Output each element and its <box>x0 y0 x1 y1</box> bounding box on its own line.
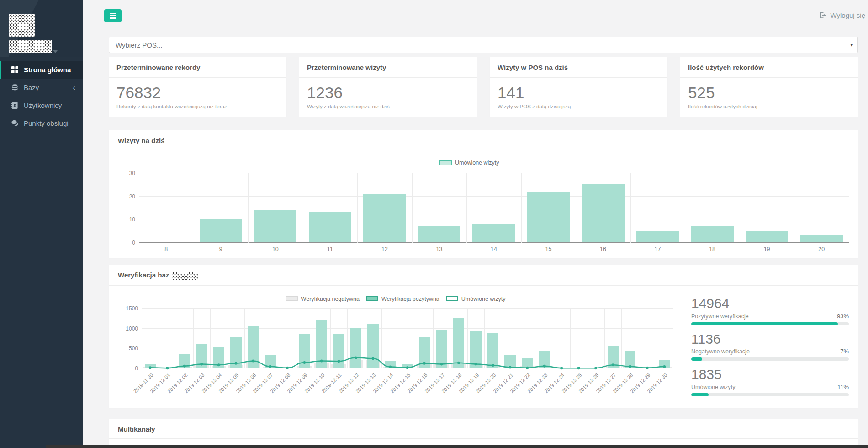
sidebar-item-bazy[interactable]: Bazy ‹ <box>0 79 83 96</box>
grid-line <box>303 173 303 243</box>
card-value: 76832 <box>116 83 279 102</box>
grid-line <box>139 173 849 173</box>
sidebar-item-punkty-obslugi[interactable]: Punkty obsługi <box>0 114 83 132</box>
line-point <box>337 360 340 363</box>
y-tick-label: 0 <box>121 365 138 372</box>
main-content: Wyloguj się Wybierz POS... ▾ Przetermino… <box>83 0 868 448</box>
bar <box>691 226 734 242</box>
line-point <box>492 364 494 367</box>
bar <box>527 192 570 242</box>
sign-out-icon <box>820 12 826 19</box>
stat-card-przeterminowane-wizyty: Przeterminowane wizyty 1236 Wizyty z dat… <box>299 57 477 117</box>
legend-swatch-umowione-wizyty <box>446 296 458 301</box>
sidebar-item-label: Bazy <box>24 84 39 91</box>
database-icon <box>11 84 19 91</box>
line-point <box>543 365 546 368</box>
grid-line <box>794 173 794 243</box>
card-value: 525 <box>688 83 850 102</box>
comments-icon <box>11 119 19 127</box>
verification-stats: 14964 Pozytywne weryfikacje 93% 1136 Neg… <box>673 288 849 403</box>
x-tick-label: 16 <box>576 246 630 252</box>
sidebar-item-strona-glowna[interactable]: Strona główna <box>0 61 83 79</box>
y-tick-label: 20 <box>118 193 135 200</box>
grid-line <box>139 196 849 197</box>
logo-area <box>0 0 83 57</box>
sidebar-toggle-button[interactable] <box>104 9 122 22</box>
panel-verification: Weryfikacja baz Weryfikacja negatywna We… <box>109 265 858 408</box>
legend-label: Umówione wizyty <box>455 160 499 166</box>
x-tick-label: 19 <box>740 246 794 252</box>
bar <box>363 194 406 242</box>
grid-line <box>357 173 358 243</box>
line-point <box>217 363 220 366</box>
stat-value: 1835 <box>691 367 849 383</box>
sidebar-item-uzytkownicy[interactable]: Użytkownicy <box>0 96 83 114</box>
grid-icon <box>11 66 19 74</box>
sidebar: Strona główna Bazy ‹ Użytkownicy Punkty … <box>0 0 83 448</box>
card-title: Ilość użytych rekordów <box>680 57 858 78</box>
pos-select[interactable]: Wybierz POS... ▾ <box>109 37 858 53</box>
y-tick-label: 500 <box>121 345 138 352</box>
x-tick-label: 18 <box>685 246 740 252</box>
grid-line <box>194 173 194 243</box>
stat-value: 14964 <box>691 296 849 312</box>
redacted-logo <box>9 14 35 37</box>
stat-negatywne-weryfikacje: 1136 Negatywne weryfikacje 7% <box>691 331 849 361</box>
legend-swatch-umowione-wizyty <box>439 160 452 165</box>
grid-line <box>740 173 740 243</box>
legend-swatch-weryfikacja-pozytywna <box>366 296 378 301</box>
bar <box>309 212 351 242</box>
grid-line <box>630 173 631 243</box>
line-point <box>303 361 306 364</box>
topbar: Wyloguj się <box>109 0 858 37</box>
stat-card-przeterminowane-rekordy: Przeterminowane rekordy 76832 Rekordy z … <box>109 57 286 117</box>
address-book-icon <box>11 101 19 109</box>
sidebar-item-label: Użytkownicy <box>24 101 62 109</box>
line-point <box>355 356 357 359</box>
sidebar-item-label: Punkty obsługi <box>24 119 69 127</box>
redacted-logo-text <box>9 40 52 53</box>
panel-title: Weryfikacja baz <box>109 265 858 286</box>
horizontal-scrollbar-thumb[interactable] <box>46 445 868 448</box>
caret-down-icon: ▾ <box>850 42 853 48</box>
progress-bar <box>691 322 849 325</box>
line-point <box>440 363 443 365</box>
card-value: 1236 <box>307 83 469 102</box>
logout-button[interactable]: Wyloguj się <box>820 11 865 19</box>
card-subtitle: Ilość rekordów użytych dzisiaj <box>688 104 850 109</box>
panel-title-text: Weryfikacja baz <box>118 271 169 279</box>
stat-label: Umówione wizyty <box>691 384 736 390</box>
line-point <box>320 359 323 362</box>
line-series-umowione-wizyty <box>142 309 673 368</box>
progress-bar <box>691 357 849 361</box>
line-point <box>475 363 477 365</box>
bar <box>472 224 515 242</box>
stat-percent: 93% <box>837 313 849 320</box>
chevron-left-icon: ‹ <box>73 84 75 91</box>
grid-line <box>849 173 849 243</box>
grid-line <box>466 173 467 243</box>
panel-title: Multikanały <box>109 419 858 439</box>
line-point <box>457 362 460 364</box>
panel-multichannel: Multikanały <box>109 419 858 446</box>
x-tick-label: 20 <box>794 246 849 252</box>
y-tick-label: 10 <box>118 216 135 223</box>
y-tick-label: 1000 <box>121 325 138 332</box>
line-point <box>371 357 374 360</box>
x-tick-label: 10 <box>248 246 303 252</box>
y-tick-label: 0 <box>118 240 135 246</box>
progress-bar <box>691 393 849 396</box>
card-title: Przeterminowane rekordy <box>109 57 286 78</box>
legend-label: Weryfikacja pozytywna <box>381 296 439 302</box>
bar <box>800 235 843 242</box>
bar <box>636 231 679 242</box>
stat-umowione-wizyty: 1835 Umówione wizyty 11% <box>691 367 849 396</box>
grid-line <box>139 219 849 219</box>
y-tick-label: 30 <box>118 170 135 176</box>
x-tick-label: 9 <box>194 246 249 252</box>
x-tick-label: 14 <box>466 246 521 252</box>
panel-title: Wizyty na dziś <box>109 130 858 150</box>
stat-cards-row: Przeterminowane rekordy 76832 Rekordy z … <box>109 57 858 117</box>
x-tick-label: 8 <box>139 246 194 252</box>
line-point <box>183 365 186 368</box>
